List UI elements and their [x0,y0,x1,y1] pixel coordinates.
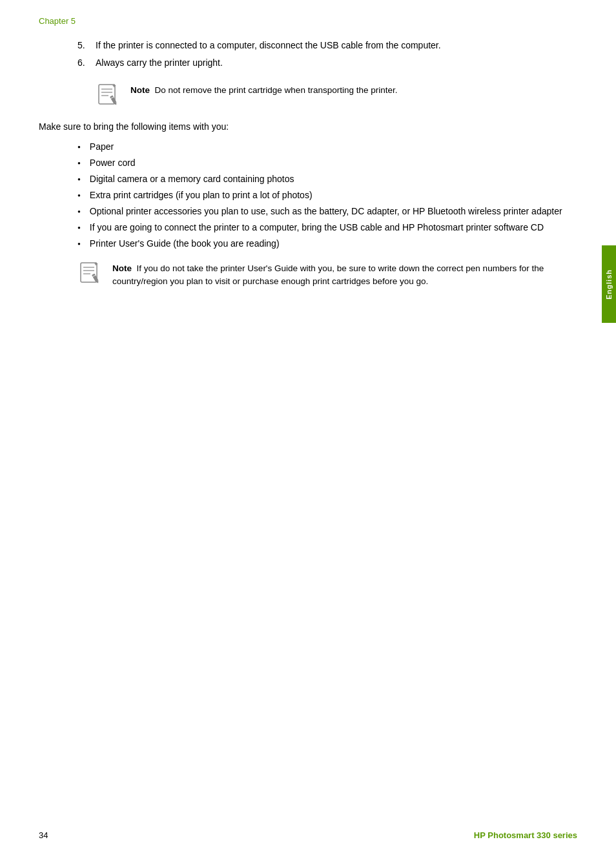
note-label-2: Note [112,263,132,273]
bullet-item-cartridges: Extra print cartridges (if you plan to p… [77,189,577,202]
list-item-5: 5. If the printer is connected to a comp… [77,39,577,52]
note-icon-2: ✦ [77,260,105,287]
bullet-item-guide: Printer User's Guide (the book you are r… [77,237,577,251]
list-item-6: 6. Always carry the printer upright. [77,56,577,70]
svg-rect-5 [110,96,116,104]
item-text-5: If the printer is connected to a compute… [96,39,441,52]
bullet-list: Paper Power cord Digital camera or a mem… [77,140,577,251]
bullet-item-usb: If you are going to connect the printer … [77,221,577,234]
sidebar-language-label: English [605,269,613,300]
note-content-2: If you do not take the printer User's Gu… [112,263,544,286]
bullet-item-accessories: Optional printer accessories you plan to… [77,205,577,218]
note-content-1: Do not remove the print cartridge when t… [155,85,398,95]
svg-text:✦: ✦ [112,83,117,89]
item-number-6: 6. [77,56,96,70]
note-label-1: Note [130,85,150,95]
page-container: Chapter 5 5. If the printer is connected… [0,0,616,853]
note-text-2: Note If you do not take the printer User… [112,260,577,289]
item-number-5: 5. [77,39,96,52]
note-text-1: Note Do not remove the print cartridge w… [130,81,397,97]
footer-page-number: 34 [39,830,48,840]
svg-rect-13 [92,274,98,282]
bullet-item-power-cord: Power cord [77,156,577,170]
footer-product-name: HP Photosmart 330 series [474,830,577,840]
note-block-2: ✦ Note If you do not take the printer Us… [77,260,577,289]
chapter-label: Chapter 5 [39,16,577,26]
bring-items-intro: Make sure to bring the following items w… [39,120,577,134]
svg-text:✦: ✦ [94,261,99,267]
item-text-6: Always carry the printer upright. [96,56,223,70]
numbered-list: 5. If the printer is connected to a comp… [77,39,577,70]
bullet-item-paper: Paper [77,140,577,154]
note-block-1: ✦ Note Do not remove the print cartridge… [96,81,577,108]
bullet-item-camera: Digital camera or a memory card containi… [77,172,577,186]
note-icon-1: ✦ [96,81,123,108]
footer: 34 HP Photosmart 330 series [39,830,577,840]
sidebar-language-tab: English [602,245,616,323]
